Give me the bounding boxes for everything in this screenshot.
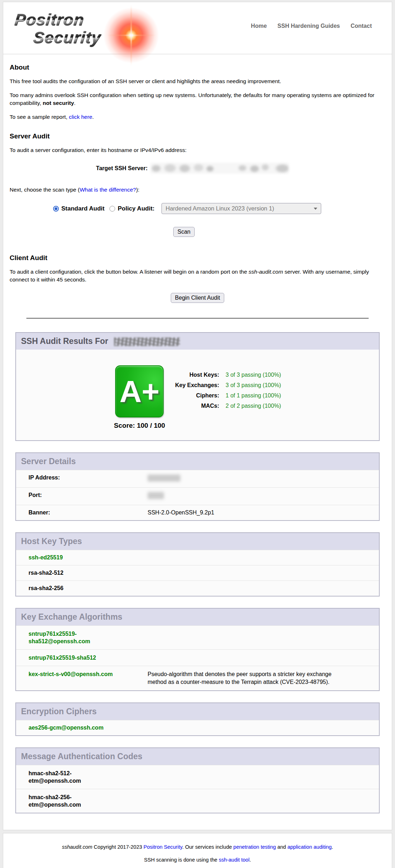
footer-line-1: sshaudit.com Copyright 2017-2023 Positro… [7, 844, 388, 850]
sample-report-text: To see a sample report, [10, 114, 69, 120]
nav-link-ssh-hardening-guides[interactable]: SSH Hardening Guides [277, 23, 340, 29]
sample-report-period: . [92, 114, 94, 120]
score-label: Score: 100 / 100 [114, 422, 165, 430]
list-item: rsa-sha2-512 [16, 565, 379, 580]
results-panel-body: A+ Score: 100 / 100 Host Keys: 3 of 3 pa… [16, 350, 379, 440]
stat-label-macs: MACs: [175, 403, 219, 409]
kex-note-0 [148, 630, 347, 645]
logo-text-line1: Positron [14, 10, 85, 29]
page-content: About This free tool audits the configur… [3, 64, 392, 303]
nav-link-home[interactable]: Home [251, 23, 267, 29]
sample-report-line: To see a sample report, click here. [10, 113, 384, 121]
server-audit-intro: To audit a server configuration, enter i… [10, 146, 384, 154]
redacted-port [148, 492, 164, 499]
footer-copyright: Copyright 2017-2023 [92, 844, 144, 850]
macs-header: Message Authentication Codes [16, 748, 379, 765]
footer-penetration-testing-link[interactable]: penetration testing [234, 844, 276, 850]
client-audit-domain: ssh-audit.com [248, 269, 283, 275]
ssh-audit-results-panel: SSH Audit Results For A+ Score: 100 / 10… [15, 332, 380, 441]
scan-type-text: Next, choose the scan type ( [10, 187, 79, 193]
encryption-ciphers-header: Encryption Ciphers [16, 703, 379, 720]
ip-address-label: IP Address: [29, 474, 148, 483]
table-row: Port: [16, 487, 379, 505]
chevron-down-icon [314, 208, 317, 210]
scan-type-difference-link[interactable]: What is the difference? [79, 187, 136, 193]
server-details-panel: Server Details IP Address: Port: Banner:… [15, 452, 380, 521]
scan-type-radio-row: Standard Audit Policy Audit: Hardened Am… [53, 203, 385, 214]
policy-audit-radio[interactable] [109, 206, 115, 212]
host-key-ssh-ed25519: ssh-ed25519 [29, 554, 63, 560]
kex-sntrup761x25519-sha512-openssh: sntrup761x25519-sha512@openssh.com [29, 630, 118, 645]
list-item: hmac-sha2-256-etm@openssh.com [16, 789, 379, 813]
scan-type-suffix: ): [136, 187, 139, 193]
stat-value-key-exchanges: 3 of 3 passing (100%) [226, 382, 281, 389]
key-exchange-header: Key Exchange Algorithms [16, 609, 379, 625]
about-paragraph-2: Too many admins overlook SSH configurati… [10, 91, 384, 107]
results-divider [26, 318, 369, 319]
footer-application-auditing-link[interactable]: application auditing [287, 844, 332, 850]
policy-select-value: Hardened Amazon Linux 2023 (version 1) [165, 205, 274, 212]
table-row: Banner: SSH-2.0-OpenSSH_9.2p1 [16, 505, 379, 520]
target-server-input[interactable] [150, 163, 289, 174]
cipher-aes256-gcm: aes256-gcm@openssh.com [29, 725, 103, 731]
about-paragraph-1: This free tool audits the configuration … [10, 77, 384, 85]
kex-terrapin-note: Pseudo-algorithm that denotes the peer s… [148, 670, 347, 686]
top-navigation: Home SSH Hardening Guides Contact [251, 23, 372, 29]
scan-button-wrapper: Scan [0, 227, 372, 237]
footer-scanning-text: SSH scanning is done using the [144, 857, 219, 863]
standard-audit-label[interactable]: Standard Audit [61, 205, 104, 212]
stat-value-host-keys: 3 of 3 passing (100%) [226, 372, 281, 378]
host-key-rsa-sha2-512: rsa-sha2-512 [29, 570, 63, 576]
kex-strict-s-v00-openssh: kex-strict-s-v00@openssh.com [29, 670, 118, 686]
policy-select[interactable]: Hardened Amazon Linux 2023 (version 1) [161, 203, 321, 214]
begin-client-audit-button[interactable]: Begin Client Audit [171, 293, 224, 303]
client-audit-text: To audit a client configuration, click t… [10, 269, 248, 275]
stat-label-ciphers: Ciphers: [175, 392, 219, 399]
footer-line2-period: . [250, 857, 251, 863]
list-item: ssh-ed25519 [16, 550, 379, 565]
table-row: sntrup761x25519-sha512 [16, 649, 379, 666]
grade-badge: A+ [115, 365, 164, 417]
grade-column: A+ Score: 100 / 100 [114, 365, 165, 430]
server-audit-heading: Server Audit [10, 132, 385, 140]
mac-hmac-sha2-256-etm: hmac-sha2-256-etm@openssh.com [29, 793, 102, 808]
starburst-flare-graphic [101, 5, 161, 66]
stat-value-ciphers: 1 of 1 passing (100%) [226, 392, 281, 399]
stat-label-host-keys: Host Keys: [175, 372, 219, 378]
site-header: Positron Security Home SSH Hardening Gui… [3, 2, 392, 54]
scan-type-line: Next, choose the scan type (What is the … [10, 186, 384, 194]
scan-button[interactable]: Scan [173, 227, 195, 237]
table-row: kex-strict-s-v00@openssh.com Pseudo-algo… [16, 666, 379, 690]
list-item: rsa-sha2-256 [16, 580, 379, 596]
policy-audit-label[interactable]: Policy Audit: [118, 205, 154, 212]
results-panel-header: SSH Audit Results For [16, 333, 379, 350]
server-details-header: Server Details [16, 453, 379, 470]
macs-panel: Message Authentication Codes hmac-sha2-5… [15, 747, 380, 813]
table-row: sntrup761x25519-sha512@openssh.com [16, 625, 379, 649]
stat-label-key-exchanges: Key Exchanges: [175, 382, 219, 389]
nav-link-contact[interactable]: Contact [350, 23, 372, 29]
client-audit-paragraph: To audit a client configuration, click t… [10, 268, 384, 284]
list-item: aes256-gcm@openssh.com [16, 720, 379, 735]
about-p2-period: . [74, 100, 76, 106]
footer-site-name: sshaudit.com [62, 844, 92, 850]
banner-value: SSH-2.0-OpenSSH_9.2p1 [148, 509, 372, 516]
redacted-ip-address [148, 474, 180, 482]
target-server-row: Target SSH Server: [10, 163, 385, 174]
redacted-hostname [114, 337, 180, 346]
footer-positron-security-link[interactable]: Positron Security [144, 844, 183, 850]
footer-ssh-audit-tool-link[interactable]: ssh-audit tool [219, 857, 250, 863]
sample-report-link[interactable]: click here [69, 114, 92, 120]
logo-text-line2: Security [32, 28, 102, 47]
footer-services-text: . Our services include [182, 844, 233, 850]
site-footer: sshaudit.com Copyright 2017-2023 Positro… [3, 833, 392, 868]
footer-period: . [332, 844, 333, 850]
positron-security-logo[interactable]: Positron Security [12, 10, 211, 53]
host-key-types-header: Host Key Types [16, 533, 379, 550]
about-heading: About [10, 64, 385, 71]
begin-client-audit-wrapper: Begin Client Audit [10, 293, 385, 303]
standard-audit-radio[interactable] [53, 206, 59, 212]
key-exchange-panel: Key Exchange Algorithms sntrup761x25519-… [15, 608, 380, 691]
client-audit-heading: Client Audit [10, 254, 385, 262]
table-row: IP Address: [16, 470, 379, 487]
